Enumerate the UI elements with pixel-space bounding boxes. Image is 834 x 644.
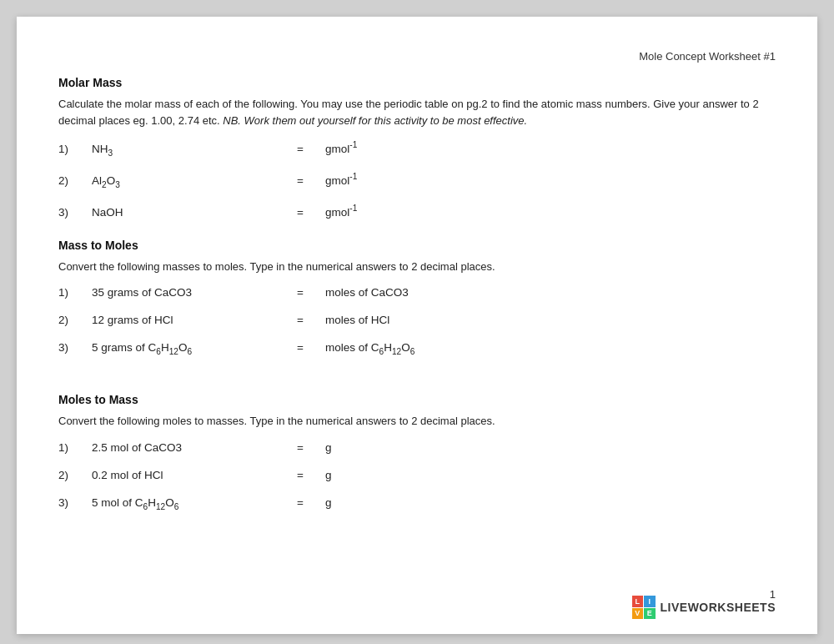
worksheet-page: Mole Concept Worksheet #1 Molar Mass Cal…: [17, 17, 817, 634]
problem-unit: moles of C6H12O6: [325, 341, 776, 356]
problem-unit: moles of CaCO3: [325, 286, 776, 299]
problem-unit: gmol-1: [325, 172, 776, 187]
moles-to-mass-problem-2: 2) 0.2 mol of HCl = g: [58, 469, 776, 481]
molar-mass-problem-2: 2) Al2O3 = gmol-1: [58, 172, 776, 189]
molar-mass-heading: Molar Mass: [58, 76, 776, 89]
problem-number: 2): [58, 314, 92, 326]
problem-equals: =: [275, 341, 325, 354]
problem-unit: gmol-1: [325, 204, 776, 219]
problem-expression: NaOH: [92, 206, 275, 219]
problem-unit: g: [325, 496, 776, 509]
mass-to-moles-heading: Mass to Moles: [58, 239, 776, 252]
problem-expression: Al2O3: [92, 174, 275, 189]
moles-to-mass-problem-1: 1) 2.5 mol of CaCO3 = g: [58, 441, 776, 454]
problem-equals: =: [275, 441, 325, 454]
moles-to-mass-instruction: Convert the following moles to masses. T…: [58, 413, 776, 430]
problem-unit: moles of HCl: [325, 314, 776, 326]
logo-box-l: L: [632, 596, 644, 607]
problem-number: 3): [58, 206, 92, 219]
problem-equals: =: [275, 469, 325, 481]
problem-number: 3): [58, 341, 92, 354]
problem-expression: 12 grams of HCl: [92, 314, 275, 326]
problem-equals: =: [275, 206, 325, 219]
problem-number: 2): [58, 174, 92, 187]
mass-to-moles-problem-1: 1) 35 grams of CaCO3 = moles of CaCO3: [58, 286, 776, 299]
moles-to-mass-heading: Moles to Mass: [58, 393, 776, 406]
mass-to-moles-problem-3: 3) 5 grams of C6H12O6 = moles of C6H12O6: [58, 341, 776, 356]
problem-unit: gmol-1: [325, 140, 776, 155]
problem-expression: NH3: [92, 143, 275, 158]
problem-number: 1): [58, 286, 92, 299]
molar-mass-problem-1: 1) NH3 = gmol-1: [58, 140, 776, 157]
logo-text: LIVEWORKSHEETS: [661, 601, 776, 614]
problem-equals: =: [275, 143, 325, 155]
logo-boxes: L I V E: [632, 596, 656, 619]
problem-expression: 35 grams of CaCO3: [92, 286, 275, 299]
problem-number: 1): [58, 143, 92, 155]
mass-to-moles-section: Mass to Moles Convert the following mass…: [58, 239, 776, 356]
problem-equals: =: [275, 496, 325, 509]
problem-expression: 5 mol of C6H12O6: [92, 496, 275, 511]
logo-box-i: I: [644, 596, 656, 607]
mass-to-moles-instruction: Convert the following masses to moles. T…: [58, 259, 776, 275]
problem-number: 1): [58, 441, 92, 454]
problem-equals: =: [275, 314, 325, 326]
problem-unit: g: [325, 441, 776, 454]
problem-expression: 5 grams of C6H12O6: [92, 341, 275, 356]
logo-box-v: V: [632, 608, 644, 620]
problem-number: 3): [58, 496, 92, 509]
logo-box-e: E: [644, 608, 656, 620]
moles-to-mass-problem-3: 3) 5 mol of C6H12O6 = g: [58, 496, 776, 511]
moles-to-mass-section: Moles to Mass Convert the following mole…: [58, 393, 776, 511]
worksheet-title: Mole Concept Worksheet #1: [58, 50, 776, 63]
problem-unit: g: [325, 469, 776, 481]
problem-equals: =: [275, 174, 325, 187]
problem-equals: =: [275, 286, 325, 299]
problem-expression: 2.5 mol of CaCO3: [92, 441, 275, 454]
mass-to-moles-problem-2: 2) 12 grams of HCl = moles of HCl: [58, 314, 776, 326]
molar-mass-problem-3: 3) NaOH = gmol-1: [58, 204, 776, 219]
molar-mass-instruction: Calculate the molar mass of each of the …: [58, 96, 776, 128]
molar-mass-section: Molar Mass Calculate the molar mass of e…: [58, 76, 776, 219]
liveworksheets-logo: L I V E LIVEWORKSHEETS: [632, 596, 776, 619]
problem-number: 2): [58, 469, 92, 481]
problem-expression: 0.2 mol of HCl: [92, 469, 275, 481]
